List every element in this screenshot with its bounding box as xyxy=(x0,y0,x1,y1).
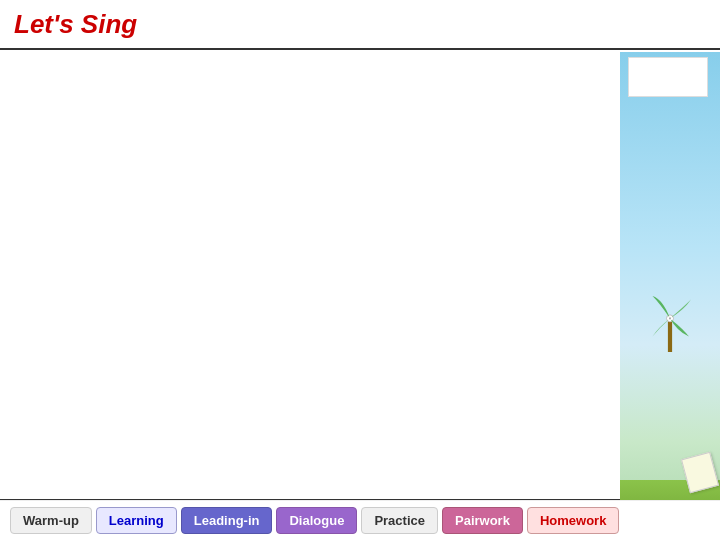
page-title: Let's Sing xyxy=(14,9,137,40)
page-wrapper: Let's Sing xyxy=(0,0,720,540)
windmill-container xyxy=(630,272,710,432)
svg-point-3 xyxy=(669,317,671,319)
nav-item-warmup[interactable]: Warm-up xyxy=(10,507,92,534)
nav-item-dialogue[interactable]: Dialogue xyxy=(276,507,357,534)
nav-bar: Warm-up Learning Leading-in Dialogue Pra… xyxy=(0,500,720,540)
nav-item-leading[interactable]: Leading-in xyxy=(181,507,273,534)
header: Let's Sing xyxy=(0,0,720,50)
nav-item-homework[interactable]: Homework xyxy=(527,507,619,534)
right-panel xyxy=(620,52,720,540)
main-content xyxy=(0,52,620,492)
nav-item-pairwork[interactable]: Pairwork xyxy=(442,507,523,534)
svg-rect-0 xyxy=(668,321,672,353)
nav-item-practice[interactable]: Practice xyxy=(361,507,438,534)
windmill-svg xyxy=(635,282,705,352)
right-panel-top-box xyxy=(628,57,708,97)
nav-item-learning[interactable]: Learning xyxy=(96,507,177,534)
